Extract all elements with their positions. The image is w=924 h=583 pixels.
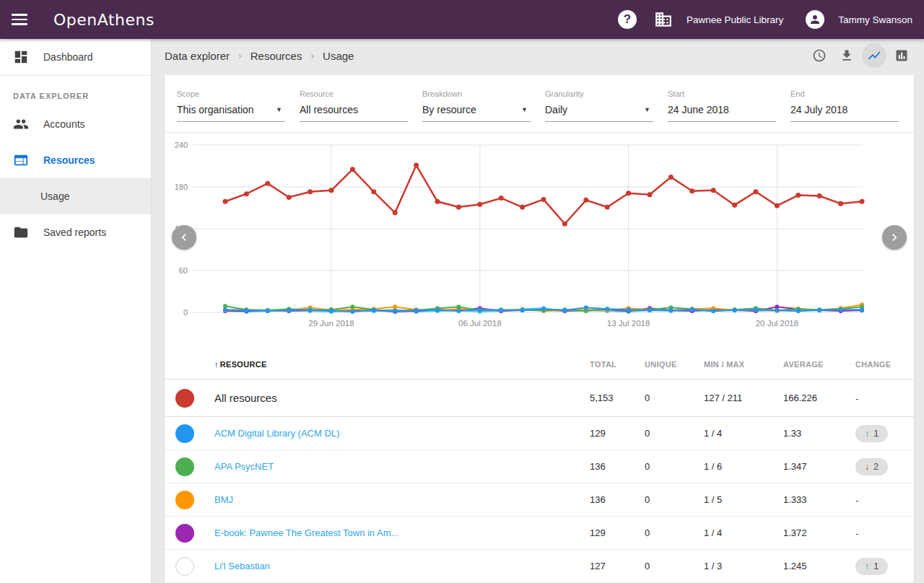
- swatch-cell: [175, 524, 214, 543]
- resource-name[interactable]: APA PsycNET: [214, 461, 590, 472]
- change-badge: ↓2: [855, 458, 888, 475]
- column-header-change[interactable]: CHANGE: [855, 360, 914, 369]
- data-point: [668, 175, 674, 180]
- sidebar-item-dashboard[interactable]: Dashboard: [0, 39, 151, 75]
- data-point: [287, 195, 292, 200]
- organisation-name[interactable]: Pawnee Public Library: [687, 14, 783, 25]
- filter-granularity-label: Granularity: [545, 89, 653, 98]
- usage-line-chart: 06012018024029 Jun 201806 Jul 201813 Jul…: [165, 133, 914, 343]
- bar-chart-view-icon[interactable]: [889, 43, 914, 68]
- sidebar-item-resources[interactable]: Resources: [0, 142, 151, 178]
- line-chart-view-icon[interactable]: [862, 43, 886, 68]
- filter-breakdown: BreakdownBy resource▼: [422, 89, 531, 122]
- data-point: [350, 304, 354, 309]
- column-header-average[interactable]: AVERAGE: [783, 360, 855, 369]
- sidebar-item-usage[interactable]: Usage: [0, 178, 151, 214]
- table-row[interactable]: APA PsycNET13601 / 61.347↓2: [165, 450, 914, 483]
- filter-scope: ScopeThis organisation▼: [177, 89, 285, 122]
- filter-granularity-value[interactable]: Daily▼: [545, 103, 653, 122]
- swatch-cell: [175, 389, 214, 408]
- filter-scope-value[interactable]: This organisation▼: [177, 103, 285, 122]
- table-row[interactable]: ACM Digital Library (ACM DL)12901 / 41.3…: [165, 417, 914, 450]
- chart-area: 06012018024029 Jun 201806 Jul 201813 Jul…: [165, 133, 914, 349]
- resource-name[interactable]: Li'l Sebastian: [214, 561, 590, 571]
- column-header-resource[interactable]: ↑RESOURCE: [214, 360, 590, 369]
- average-value: 1.33: [783, 428, 855, 439]
- chevron-right-icon: ›: [238, 50, 242, 61]
- swatch-cell: [175, 557, 214, 576]
- organisation-icon[interactable]: [649, 5, 678, 34]
- help-icon[interactable]: ?: [613, 5, 642, 34]
- no-change-dash: -: [855, 495, 858, 506]
- filter-start-value[interactable]: 24 June 2018: [668, 103, 776, 122]
- filter-end-value[interactable]: 24 July 2018: [790, 103, 899, 122]
- change-cell: -: [855, 494, 914, 507]
- x-axis-tick: 06 Jul 2018: [458, 319, 501, 328]
- filter-end-selected: 24 July 2018: [790, 104, 847, 115]
- data-point: [541, 307, 546, 311]
- resource-name[interactable]: BMJ: [214, 494, 590, 505]
- change-cell: -: [855, 527, 914, 540]
- filter-resource-value[interactable]: All resources: [300, 103, 408, 122]
- column-header-min-max[interactable]: MIN / MAX: [704, 360, 783, 369]
- column-header-total[interactable]: TOTAL: [590, 360, 645, 369]
- table-header: ↑RESOURCETOTALUNIQUEMIN / MAXAVERAGECHAN…: [165, 349, 914, 380]
- data-point: [626, 190, 631, 196]
- filter-scope-label: Scope: [177, 89, 285, 98]
- unique-value: 0: [645, 494, 704, 505]
- x-axis-tick: 20 Jul 2018: [756, 319, 798, 328]
- data-point: [478, 307, 482, 312]
- filter-breakdown-value[interactable]: By resource▼: [422, 103, 531, 122]
- download-icon[interactable]: [834, 43, 859, 68]
- total-value: 136: [590, 461, 645, 472]
- menu-icon[interactable]: [0, 0, 39, 39]
- main-content: Data explorer › Resources › Usage: [152, 39, 924, 583]
- breadcrumb-resources[interactable]: Resources: [250, 50, 302, 62]
- x-axis-tick: 29 Jun 2018: [308, 319, 354, 328]
- chart-prev-button[interactable]: [172, 225, 196, 250]
- user-name[interactable]: Tammy Swanson: [838, 14, 912, 25]
- change-value: 1: [873, 429, 879, 439]
- table-row[interactable]: E-book: Pawnee The Greatest Town in Am..…: [165, 517, 914, 550]
- average-value: 1.245: [783, 561, 855, 571]
- unique-value: 0: [645, 393, 704, 403]
- history-icon[interactable]: [807, 43, 832, 68]
- average-value: 1.333: [783, 494, 855, 505]
- sidebar-item-accounts[interactable]: Accounts: [0, 106, 151, 142]
- data-point: [393, 210, 398, 215]
- chevron-right-icon: ›: [310, 50, 314, 61]
- filter-start-label: Start: [668, 89, 776, 98]
- resource-name: All resources: [214, 392, 590, 404]
- table-row[interactable]: BMJ13601 / 51.333-: [165, 483, 914, 517]
- filter-breakdown-label: Breakdown: [422, 89, 531, 98]
- sidebar-item-saved-reports[interactable]: Saved reports: [0, 214, 151, 250]
- series-color-swatch: [175, 557, 194, 576]
- sidebar-section-label: DATA EXPLORER: [0, 76, 151, 106]
- chart-next-button[interactable]: [882, 225, 907, 250]
- user-avatar-icon[interactable]: [801, 5, 829, 34]
- x-axis-tick: 13 Jul 2018: [607, 319, 650, 328]
- filter-end: End24 July 2018: [790, 89, 899, 122]
- data-point: [329, 309, 334, 313]
- data-point: [775, 203, 780, 209]
- filters-row: ScopeThis organisation▼ResourceAll resou…: [165, 75, 914, 122]
- data-point: [456, 304, 461, 309]
- filter-resource: ResourceAll resources: [300, 89, 408, 122]
- data-point: [796, 193, 801, 198]
- y-axis-tick: 0: [183, 308, 188, 317]
- column-header-unique[interactable]: UNIQUE: [645, 360, 704, 369]
- data-point: [648, 192, 653, 197]
- data-point: [435, 199, 440, 204]
- table-row[interactable]: Li'l Sebastian12701 / 31.245↑1: [165, 550, 914, 583]
- resource-name[interactable]: E-book: Pawnee The Greatest Town in Am..…: [214, 527, 590, 538]
- resource-name[interactable]: ACM Digital Library (ACM DL): [214, 428, 590, 439]
- data-point: [456, 205, 461, 210]
- table-row[interactable]: All resources5,1530127 / 211166.226-: [165, 380, 914, 417]
- data-point: [414, 308, 419, 312]
- people-icon: [13, 116, 29, 132]
- top-app-bar: OpenAthens ? Pawnee Public Library Tammy…: [0, 0, 924, 39]
- total-value: 127: [590, 561, 645, 571]
- sidebar: Dashboard DATA EXPLORER Accounts Resourc…: [0, 39, 152, 583]
- resources-icon: [13, 152, 29, 168]
- breadcrumb-data-explorer[interactable]: Data explorer: [165, 50, 230, 62]
